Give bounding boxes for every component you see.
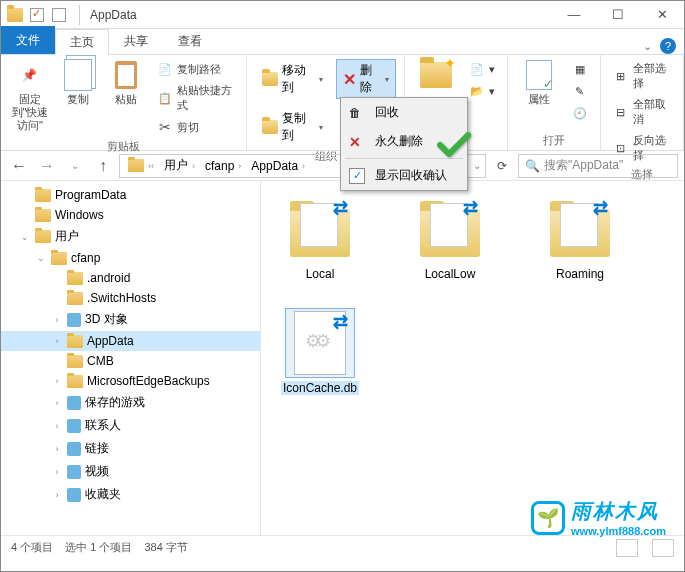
address-dropdown-icon[interactable]: ⌄ [473,160,481,171]
delete-x-icon: ✕ [349,134,365,150]
tab-file[interactable]: 文件 [1,26,55,54]
help-icon[interactable]: ? [660,38,676,54]
tab-view[interactable]: 查看 [163,28,217,54]
forward-button[interactable]: → [35,154,59,178]
expand-icon[interactable]: › [51,467,63,477]
tree-node[interactable]: ›AppData [1,331,260,351]
caret-down-icon: ▾ [385,75,389,84]
tree-label: .SwitchHosts [87,291,156,305]
nav-tree[interactable]: ProgramDataWindows⌄用户⌄cfanp.android.Swit… [1,181,261,535]
select-none-button[interactable]: ⊟全部取消 [609,95,675,129]
delete-button[interactable]: ✕删除▾ [336,59,395,99]
edit-icon: ✎ [572,83,588,99]
close-button[interactable]: ✕ [640,1,684,29]
qat-check2-icon[interactable] [49,5,69,25]
watermark-logo-icon: 🌱 [531,501,565,535]
crumb-root[interactable]: ‹‹ [124,157,158,174]
expand-icon[interactable]: › [51,421,63,431]
qat-folder-icon[interactable] [5,5,25,25]
paste-button[interactable]: 粘贴 [105,59,147,106]
tab-share[interactable]: 共享 [109,28,163,54]
expand-icon[interactable]: › [51,444,63,454]
expand-icon[interactable]: › [51,315,63,325]
file-name: Local [306,267,335,281]
new-folder-button[interactable] [413,59,459,91]
history-icon: 🕘 [572,105,588,121]
maximize-button[interactable]: ☐ [596,1,640,29]
up-button[interactable]: ↑ [91,154,115,178]
annotation-checkmark [437,131,471,163]
tree-node[interactable]: ›收藏夹 [1,483,260,506]
recent-dropdown[interactable]: ⌄ [63,154,87,178]
crumb-user[interactable]: cfanp› [201,157,245,175]
tree-label: Windows [55,208,104,222]
minimize-button[interactable]: — [552,1,596,29]
folder-icon [67,272,83,285]
tree-label: 链接 [85,440,109,457]
easy-access-icon: 📂 [469,83,485,99]
copy-path-button[interactable]: 📄复制路径 [153,59,239,79]
file-item[interactable]: ⇄Roaming [535,195,625,281]
select-all-button[interactable]: ⊞全部选择 [609,59,675,93]
properties-button[interactable]: 属性 [516,59,562,106]
history-button[interactable]: 🕘 [568,103,592,123]
tab-home[interactable]: 主页 [55,29,109,55]
search-box[interactable]: 🔍 搜索"AppData" [518,154,678,178]
paste-shortcut-button[interactable]: 📋粘贴快捷方式 [153,81,239,115]
expand-icon[interactable]: › [51,398,63,408]
tree-node[interactable]: Windows [1,205,260,225]
tree-label: 3D 对象 [85,311,128,328]
tree-label: AppData [87,334,134,348]
system-folder-icon [67,313,81,327]
tree-node[interactable]: ⌄用户 [1,225,260,248]
easy-access-button[interactable]: 📂▾ [465,81,499,101]
file-item[interactable]: ⇄IconCache.db [275,309,365,395]
recycle-item[interactable]: 🗑回收 [341,98,467,127]
expand-icon[interactable]: › [51,376,63,386]
file-item[interactable]: ⇄LocalLow [405,195,495,281]
view-details-button[interactable] [616,539,638,557]
new-item-button[interactable]: 📄▾ [465,59,499,79]
tree-node[interactable]: ›3D 对象 [1,308,260,331]
copy-button[interactable]: 复制 [57,59,99,106]
tree-node[interactable]: .SwitchHosts [1,288,260,308]
edit-button[interactable]: ✎ [568,81,592,101]
file-item[interactable]: ⇄Local [275,195,365,281]
tree-label: cfanp [71,251,100,265]
show-confirm-item[interactable]: ✓显示回收确认 [341,161,467,190]
expand-icon[interactable]: › [51,490,63,500]
tree-node[interactable]: ›链接 [1,437,260,460]
path-icon: 📄 [157,61,173,77]
expand-icon[interactable]: ⌄ [35,253,47,263]
crumb-folder[interactable]: AppData› [247,157,309,175]
refresh-button[interactable]: ⟳ [490,159,514,173]
moveto-icon [262,72,278,86]
tree-node[interactable]: CMB [1,351,260,371]
back-button[interactable]: ← [7,154,31,178]
copy-to-button[interactable]: 复制到▾ [255,107,330,147]
open-button[interactable]: ▦ [568,59,592,79]
tree-node[interactable]: ›保存的游戏 [1,391,260,414]
sync-icon: ⇄ [333,311,348,333]
tree-node[interactable]: ›联系人 [1,414,260,437]
pin-quickaccess-button[interactable]: 📌 固定到"快速访问" [9,59,51,132]
expand-icon[interactable]: ⌄ [19,232,31,242]
file-name: IconCache.db [281,381,359,395]
tree-label: ProgramData [55,188,126,202]
move-to-button[interactable]: 移动到▾ [255,59,330,99]
ribbon-collapse-icon[interactable]: ⌄ [643,40,652,53]
crumb-users[interactable]: 用户› [160,155,199,176]
tree-node[interactable]: ⌄cfanp [1,248,260,268]
qat-check-icon[interactable] [27,5,47,25]
tree-node[interactable]: ›MicrosoftEdgeBackups [1,371,260,391]
tree-node[interactable]: .android [1,268,260,288]
expand-icon[interactable]: › [51,336,63,346]
caret-down-icon: ▾ [319,123,323,132]
cut-button[interactable]: 剪切 [153,117,239,137]
view-icons-button[interactable] [652,539,674,557]
file-name: LocalLow [425,267,476,281]
file-list[interactable]: ⇄Local⇄LocalLow⇄Roaming⇄IconCache.db [261,181,684,535]
tree-node[interactable]: ProgramData [1,185,260,205]
watermark: 🌱 雨林木风 www.ylmf888.com [531,498,666,537]
tree-node[interactable]: ›视频 [1,460,260,483]
